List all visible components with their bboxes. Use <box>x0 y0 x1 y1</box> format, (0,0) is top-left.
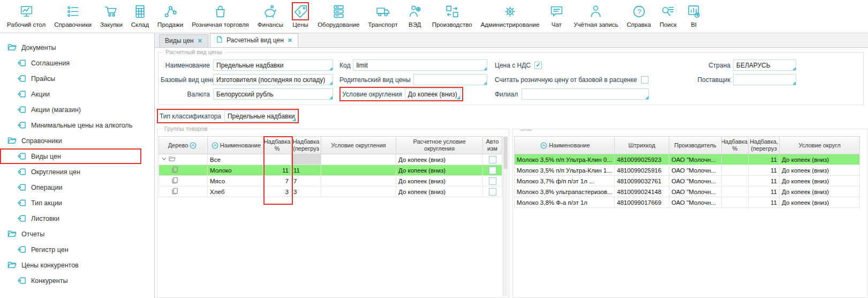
sidebar-item-promotions[interactable]: Акции <box>0 86 154 102</box>
sidebar-item-directories[interactable]: Справочники <box>0 133 154 148</box>
currency-input[interactable]: Белорусский рубль <box>213 88 333 100</box>
groups-column-header[interactable]: Наименование <box>208 136 263 154</box>
sidebar-item-promo-type[interactable]: Тип акции <box>0 195 154 211</box>
sku-table-row[interactable]: Молоко 3,5% п/п Ультра-Клин 0...48100990… <box>514 154 866 165</box>
group-name-cell[interactable]: Все <box>208 154 263 165</box>
markup-overload-cell[interactable]: 7 <box>291 176 321 187</box>
groups-table-row[interactable]: Хлеб33До копеек (вниз) <box>158 187 508 197</box>
toolbar-item-search[interactable]: Поиск <box>656 1 681 33</box>
auto-change-checkbox[interactable] <box>489 156 496 163</box>
sku-markup-overload-cell[interactable]: 11 <box>749 197 780 208</box>
parent-price-type-input[interactable] <box>413 74 487 85</box>
markup-overload-cell[interactable] <box>291 154 321 165</box>
sidebar-item-documents[interactable]: Документы <box>0 40 154 55</box>
tree-cell[interactable] <box>158 165 208 176</box>
code-input[interactable]: limit <box>353 59 487 71</box>
sku-markup-cell[interactable] <box>722 165 749 176</box>
groups-column-header[interactable]: Надбавка % <box>263 136 291 154</box>
sidebar-item-operations[interactable]: Операции <box>0 180 154 195</box>
sidebar-item-price-types[interactable]: Виды цен <box>0 148 141 164</box>
toolbar-item-equipment[interactable]: Оборудование <box>314 1 363 33</box>
base-price-type-input[interactable]: Изготовителя (последняя по складу) <box>213 74 333 85</box>
auto-change-checkbox[interactable] <box>489 167 496 174</box>
toolbar-item-account[interactable]: Учётная запись <box>570 1 622 33</box>
sidebar-item-reports[interactable]: Отчеты <box>0 226 154 242</box>
groups-column-header[interactable]: Дерево <box>158 136 208 154</box>
toolbar-item-finance[interactable]: Финансы <box>254 1 287 33</box>
group-name-cell[interactable]: Молоко <box>208 165 263 176</box>
rounding-cell[interactable] <box>321 176 396 187</box>
sku-rounding-cell[interactable]: До копеек (вниз) <box>780 154 860 165</box>
sidebar-item-pricelists[interactable]: Прайсы <box>0 71 154 86</box>
toolbar-item-purchases[interactable]: Закупки <box>96 1 126 33</box>
sku-markup-overload-cell[interactable]: 11 <box>749 154 780 165</box>
sku-markup-overload-cell[interactable]: 11 <box>749 165 780 176</box>
calc-rounding-cell[interactable]: До копеек (вниз) <box>396 176 483 187</box>
sidebar-item-price-roundings[interactable]: Округления цен <box>0 164 154 180</box>
groups-table-scrollbar[interactable] <box>503 136 508 296</box>
markup-overload-cell[interactable]: 3 <box>291 187 321 197</box>
sku-markup-cell[interactable] <box>722 154 749 165</box>
classifier-input[interactable]: Предельные надбавки <box>224 110 296 122</box>
sidebar-item-min-alcohol-prices[interactable]: Минимальные цены на алкоголь <box>0 117 154 133</box>
sidebar-item-leaflets[interactable]: Листовки <box>0 211 154 226</box>
calc-rounding-cell[interactable]: До копеек (вниз) <box>396 154 483 165</box>
sku-rounding-cell[interactable]: До копеек (вниз) <box>780 176 860 187</box>
sku-barcode-cell[interactable]: 4810099025923 <box>615 154 669 165</box>
rounding-input[interactable]: До копеек (вниз) <box>405 88 461 100</box>
sku-name-cell[interactable]: Молоко 3,5% п/п Ультра-Клин 0... <box>514 154 615 165</box>
sku-barcode-cell[interactable]: 4810099024148 <box>615 187 669 197</box>
sku-column-header[interactable]: Штрихкод <box>615 136 669 154</box>
sku-producer-cell[interactable]: ОАО "Молочн... <box>669 176 722 187</box>
tree-cell[interactable] <box>158 176 208 187</box>
vat-checkbox[interactable] <box>534 62 542 69</box>
tab-calc-price-type[interactable]: Расчетный вид цен✕ <box>210 33 298 47</box>
sku-rounding-cell[interactable]: До копеек (вниз) <box>780 197 860 208</box>
toolbar-item-directories[interactable]: Справочники <box>50 1 95 33</box>
country-input[interactable]: БЕЛАРУСЬ <box>733 59 796 71</box>
sidebar-item-competitors[interactable]: Конкуренты <box>0 273 154 288</box>
toolbar-item-help[interactable]: ?Справка <box>623 1 655 33</box>
retail-from-base-checkbox[interactable] <box>641 76 648 84</box>
rounding-cell[interactable] <box>321 187 396 197</box>
groups-table-row[interactable]: Молоко1111До копеек (вниз) <box>158 165 508 176</box>
groups-table-row[interactable]: ВсеДо копеек (вниз) <box>158 154 508 165</box>
sidebar-item-agreements[interactable]: Соглашения <box>0 55 154 71</box>
tab-close-icon[interactable]: ✕ <box>288 37 292 44</box>
sku-producer-cell[interactable]: ОАО "Молочн... <box>669 197 722 208</box>
auto-change-checkbox[interactable] <box>489 177 496 185</box>
groups-column-header[interactable]: Расчетное условие округления <box>396 136 483 154</box>
branch-input[interactable] <box>522 88 649 100</box>
sku-markup-cell[interactable] <box>722 197 749 208</box>
toolbar-item-ved[interactable]: ВЭД <box>403 1 427 33</box>
scrollbar-thumb[interactable] <box>504 137 508 169</box>
calc-rounding-cell[interactable]: До копеек (вниз) <box>396 187 483 197</box>
tree-cell[interactable] <box>158 187 208 197</box>
toolbar-item-administration[interactable]: Администрирование <box>477 1 544 33</box>
toolbar-item-retail[interactable]: Розничная торговля <box>188 1 253 33</box>
sku-rounding-cell[interactable]: До копеек (вниз) <box>780 165 860 176</box>
toolbar-item-prices[interactable]: $Цены <box>288 1 313 33</box>
toolbar-item-desktop[interactable]: Рабочий стол <box>3 1 49 33</box>
sku-barcode-cell[interactable]: 4810099032761 <box>615 176 669 187</box>
groups-table-row[interactable]: Мясо77До копеек (вниз) <box>158 176 508 187</box>
auto-change-checkbox[interactable] <box>489 188 496 196</box>
markup-cell[interactable]: 7 <box>263 176 291 187</box>
markup-cell[interactable]: 3 <box>263 187 291 197</box>
toolbar-item-production[interactable]: Производство <box>428 1 476 33</box>
tab-price-types[interactable]: Виды цен✕ <box>159 34 208 47</box>
sku-column-header[interactable]: Надбавка, % <box>722 136 749 154</box>
sku-markup-cell[interactable] <box>722 187 749 197</box>
sku-producer-cell[interactable]: ОАО "Молочн... <box>669 187 722 197</box>
sku-table-row[interactable]: Молоко 3,8% ультрапастеризов...481009902… <box>514 187 866 197</box>
sku-column-header[interactable]: Наименование <box>514 136 615 154</box>
sku-table-row[interactable]: Молоко 3,5% п/п Ультра-Клин 1...48100990… <box>514 165 866 176</box>
rounding-cell[interactable] <box>321 154 396 165</box>
sku-producer-cell[interactable]: ОАО "Молочн... <box>669 154 722 165</box>
sku-name-cell[interactable]: Молоко 3,8% Ф-а п/эт 1л <box>514 197 615 208</box>
groups-column-header[interactable]: Авто изм <box>483 136 502 154</box>
tab-close-icon[interactable]: ✕ <box>198 38 202 44</box>
sku-column-header[interactable]: Надбавка, (перегруз <box>749 136 780 154</box>
sku-markup-overload-cell[interactable]: 11 <box>749 187 780 197</box>
groups-column-header[interactable]: Надбавка (перегруз <box>291 136 321 154</box>
